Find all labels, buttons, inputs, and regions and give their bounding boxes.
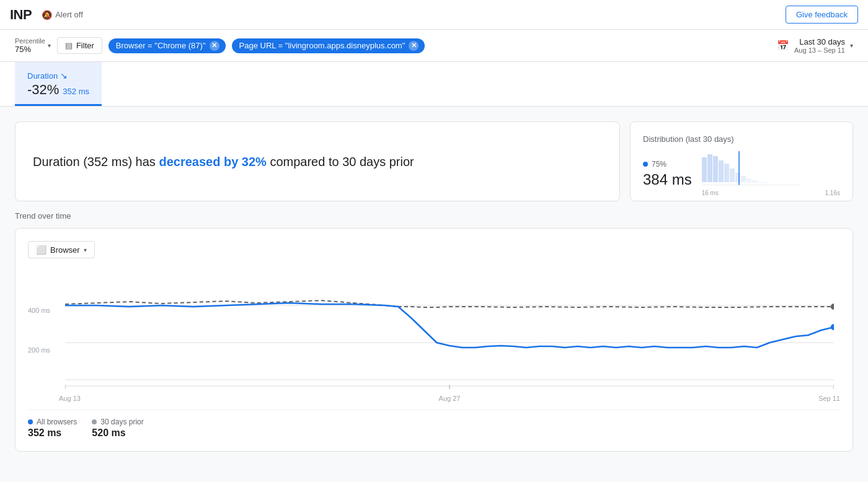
trend-card: ⬜ Browser ▾ 400 ms 200 ms [15, 228, 853, 452]
histogram-svg [702, 151, 801, 185]
svg-point-18 [831, 304, 834, 310]
svg-rect-11 [763, 182, 768, 183]
alert-off-button[interactable]: 🔕 Alert off [42, 10, 83, 20]
legend-dot-blue [28, 419, 33, 424]
date-range-title: Last 30 days [799, 37, 845, 46]
filter-button[interactable]: ▤ Filter [57, 37, 102, 54]
distribution-card: Distribution (last 30 days) 75% 384 ms [630, 121, 853, 201]
top-bar: INP 🔕 Alert off Give feedback [0, 0, 868, 30]
main-content: Duration (352 ms) has decreased by 32% c… [0, 107, 868, 467]
browser-dropdown[interactable]: ⬜ Browser ▾ [28, 241, 95, 258]
trend-title: Trend over time [15, 211, 853, 221]
browser-dropdown-label: Browser [50, 245, 80, 255]
mini-histogram: 16 ms 1.16s [702, 151, 840, 188]
url-chip[interactable]: Page URL = "livingroom.apps.disneyplus.c… [232, 38, 425, 53]
tab-duration[interactable]: Duration ↘ -32% 352 ms [15, 62, 102, 106]
svg-point-17 [831, 324, 834, 330]
trend-chart-svg [65, 268, 834, 392]
x-label-sep11: Sep 11 [818, 395, 840, 402]
date-range-sub: Aug 13 – Sep 11 [794, 46, 845, 54]
y-axis-labels: 400 ms 200 ms [28, 268, 50, 392]
svg-rect-2 [713, 156, 718, 182]
dist-dot [643, 162, 648, 167]
distribution-title: Distribution (last 30 days) [643, 134, 840, 144]
legend-value-30days: 520 ms [92, 427, 143, 439]
percentile-selector[interactable]: Percentile 75% ▾ [15, 37, 51, 54]
svg-rect-5 [730, 169, 735, 182]
y-label-200: 200 ms [28, 346, 50, 354]
browser-chip[interactable]: Browser = "Chrome (87)" ✕ [108, 38, 226, 53]
alert-icon: 🔕 [42, 10, 52, 20]
chart-x-labels: Aug 13 Aug 27 Sep 11 [59, 395, 840, 402]
x-label-aug27: Aug 27 [439, 395, 461, 402]
svg-rect-0 [702, 157, 707, 182]
dist-value: 384 ms [643, 171, 692, 188]
legend-label-all-browsers: All browsers [37, 418, 77, 426]
tab-ms-value: 352 ms [63, 87, 89, 96]
summary-text-before: Duration (352 ms) has [33, 155, 159, 169]
distribution-body: 75% 384 ms [643, 151, 840, 188]
svg-rect-9 [752, 180, 757, 183]
histogram-axis: 16 ms 1.16s [702, 190, 840, 196]
distribution-left: 75% 384 ms [643, 160, 692, 188]
browser-chip-close-icon[interactable]: ✕ [210, 41, 219, 51]
summary-text-after: compared to 30 days prior [267, 155, 414, 169]
tab-change-value: -32% [27, 82, 59, 98]
date-chevron-icon: ▾ [850, 42, 853, 49]
inp-title: INP [10, 7, 32, 23]
svg-rect-8 [746, 178, 751, 183]
alert-off-label: Alert off [55, 10, 83, 19]
tab-trend-arrow: ↘ [60, 71, 68, 81]
svg-rect-6 [735, 173, 740, 182]
x-label-aug13: Aug 13 [59, 395, 81, 402]
legend-dot-gray [92, 419, 97, 424]
legend-label-30days: 30 days prior [100, 418, 143, 426]
dist-percentile-row: 75% [643, 160, 692, 169]
summary-text: Duration (352 ms) has decreased by 32% c… [33, 153, 414, 170]
trend-section: Trend over time ⬜ Browser ▾ 400 ms 200 m… [15, 211, 853, 452]
filter-icon: ▤ [65, 41, 73, 50]
metric-tabs: Duration ↘ -32% 352 ms [0, 62, 868, 107]
svg-rect-3 [719, 160, 724, 182]
filter-bar: Percentile 75% ▾ ▤ Filter Browser = "Chr… [0, 30, 868, 62]
percentile-chevron-icon: ▾ [48, 42, 51, 49]
svg-rect-10 [758, 182, 763, 183]
summary-row: Duration (352 ms) has decreased by 32% c… [15, 121, 853, 201]
url-chip-close-icon[interactable]: ✕ [409, 41, 418, 51]
hist-axis-right: 1.16s [825, 190, 840, 196]
y-label-400: 400 ms [28, 307, 50, 314]
chart-container: 400 ms 200 ms [28, 268, 840, 402]
date-range-selector[interactable]: 📅 Last 30 days Aug 13 – Sep 11 ▾ [777, 37, 853, 54]
percentile-label: Percentile [15, 37, 45, 45]
svg-rect-4 [724, 164, 729, 182]
tab-duration-label: Duration [27, 71, 58, 81]
chart-legend: All browsers 352 ms 30 days prior 520 ms [28, 410, 840, 439]
give-feedback-button[interactable]: Give feedback [786, 6, 858, 24]
browser-chip-label: Browser = "Chrome (87)" [116, 41, 206, 50]
legend-item-30days-prior: 30 days prior 520 ms [92, 418, 143, 439]
legend-value-all-browsers: 352 ms [28, 427, 77, 439]
browser-dropdown-chevron: ▾ [84, 247, 87, 253]
svg-rect-7 [741, 176, 746, 182]
filter-label: Filter [76, 41, 94, 50]
legend-item-all-browsers: All browsers 352 ms [28, 418, 77, 439]
hist-axis-left: 16 ms [702, 190, 719, 196]
svg-rect-1 [707, 154, 712, 182]
dist-percentile-label: 75% [652, 160, 666, 169]
summary-card: Duration (352 ms) has decreased by 32% c… [15, 121, 620, 201]
summary-highlight: decreased by 32% [159, 155, 266, 169]
chart-area [65, 268, 834, 392]
percentile-value: 75% [15, 45, 45, 54]
url-chip-label: Page URL = "livingroom.apps.disneyplus.c… [239, 41, 405, 50]
browser-dropdown-icon: ⬜ [36, 245, 46, 255]
calendar-icon: 📅 [777, 40, 789, 51]
